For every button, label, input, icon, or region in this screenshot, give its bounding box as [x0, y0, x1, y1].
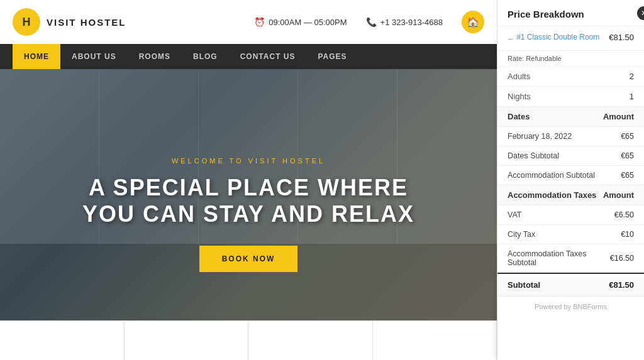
- acc-taxes-subtotal-value: €16.50: [610, 254, 634, 263]
- powered-by: Powered by BNBForms: [497, 297, 644, 317]
- logo-icon: H: [13, 8, 40, 36]
- price-panel: Price Breakdown ✕ − #1 Classic Double Ro…: [497, 0, 644, 360]
- logo-area: H VISIT HOSTEL: [13, 8, 126, 36]
- hours-contact: ⏰ 09:00AM — 05:00PM: [254, 17, 347, 27]
- hours-text: 09:00AM — 05:00PM: [269, 18, 347, 27]
- site-header: H VISIT HOSTEL ⏰ 09:00AM — 05:00PM 📞 +1 …: [0, 0, 497, 44]
- accommodation-subtotal-row: Accommodation Subtotal €65: [497, 166, 644, 185]
- hero-title-line2: YOU CAN STAY AND RELAX: [82, 201, 414, 227]
- accommodation-subtotal-label: Accommodation Subtotal: [508, 171, 595, 180]
- acc-taxes-subtotal-row: Accommodation Taxes Subtotal €16.50: [497, 244, 644, 273]
- remove-room-button[interactable]: −: [508, 34, 513, 44]
- city-tax-row: City Tax €10: [497, 225, 644, 244]
- nights-value: 1: [630, 92, 634, 101]
- nav-pages[interactable]: PAGES: [306, 44, 358, 69]
- amount-col-header: Amount: [603, 112, 634, 121]
- clock-icon: ⏰: [254, 17, 265, 27]
- date-entry-amount: €65: [621, 132, 634, 141]
- hero-content: WELCOME TO VISIT HOSTEL A SPECIAL PLACE …: [70, 145, 427, 285]
- date-entry-label: February 18, 2022: [508, 132, 572, 141]
- book-now-button[interactable]: BOOK NOW: [199, 246, 298, 272]
- adults-row: Adults 2: [497, 67, 644, 87]
- home-button[interactable]: 🏠: [462, 11, 484, 33]
- nights-row: Nights 1: [497, 87, 644, 107]
- nav-rooms[interactable]: ROOMS: [128, 44, 182, 69]
- strip-cell-3: [248, 321, 373, 360]
- vat-row: VAT €6.50: [497, 205, 644, 225]
- adults-label: Adults: [508, 72, 530, 81]
- nav-about[interactable]: ABOUT US: [60, 44, 128, 69]
- close-button[interactable]: ✕: [637, 6, 644, 20]
- city-tax-label: City Tax: [508, 230, 535, 239]
- dates-amount-header: Dates Amount: [497, 107, 644, 127]
- room-left: − #1 Classic Double Room: [508, 33, 599, 44]
- dates-subtotal-value: €65: [621, 151, 634, 160]
- subtotal-row: Subtotal €81.50: [497, 273, 644, 297]
- bottom-strip: [0, 320, 497, 360]
- room-row: − #1 Classic Double Room €81.50: [497, 26, 644, 51]
- hero-title: A SPECIAL PLACE WHERE YOU CAN STAY AND R…: [82, 175, 414, 227]
- vat-label: VAT: [508, 210, 521, 219]
- taxes-amount-col: Amount: [603, 190, 634, 200]
- taxes-col-label: Accommodation Taxes: [508, 190, 596, 200]
- nav-home[interactable]: HOME: [13, 44, 60, 69]
- panel-header: Price Breakdown ✕: [497, 0, 644, 26]
- phone-contact: 📞 +1 323-913-4688: [366, 17, 443, 27]
- phone-text: +1 323-913-4688: [380, 18, 443, 27]
- nav-blog[interactable]: BLOG: [182, 44, 229, 69]
- hero-title-line1: A SPECIAL PLACE WHERE: [89, 175, 408, 200]
- city-tax-value: €10: [621, 230, 634, 239]
- subtotal-value: €81.50: [609, 280, 634, 290]
- site-nav: HOME ABOUT US ROOMS BLOG CONTACT US PAGE…: [0, 44, 497, 69]
- adults-value: 2: [630, 72, 634, 81]
- strip-cell-2: [125, 321, 249, 360]
- room-price: €81.50: [609, 33, 634, 42]
- header-contacts: ⏰ 09:00AM — 05:00PM 📞 +1 323-913-4688 🏠: [254, 11, 484, 33]
- room-name-link[interactable]: #1 Classic Double Room: [516, 33, 599, 43]
- hero-section: WELCOME TO VISIT HOSTEL A SPECIAL PLACE …: [0, 69, 497, 360]
- strip-cell-1: [0, 321, 125, 360]
- website-area: H VISIT HOSTEL ⏰ 09:00AM — 05:00PM 📞 +1 …: [0, 0, 497, 360]
- date-entry-row: February 18, 2022 €65: [497, 127, 644, 146]
- subtotal-label: Subtotal: [508, 280, 540, 290]
- taxes-header-row: Accommodation Taxes Amount: [497, 185, 644, 205]
- rate-row: Rate: Refundable: [497, 51, 644, 67]
- hero-tagline: WELCOME TO VISIT HOSTEL: [82, 157, 414, 165]
- panel-title: Price Breakdown: [508, 9, 584, 19]
- strip-cell-4: [373, 321, 497, 360]
- phone-icon: 📞: [366, 17, 377, 27]
- logo-text: VISIT HOSTEL: [47, 17, 126, 28]
- dates-col-header: Dates: [508, 112, 530, 121]
- nights-label: Nights: [508, 92, 531, 101]
- dates-subtotal-row: Dates Subtotal €65: [497, 146, 644, 166]
- dates-subtotal-label: Dates Subtotal: [508, 151, 559, 160]
- acc-taxes-subtotal-label: Accommodation Taxes Subtotal: [508, 249, 610, 267]
- vat-value: €6.50: [614, 210, 634, 219]
- accommodation-subtotal-value: €65: [621, 171, 634, 180]
- nav-contact[interactable]: CONTACT US: [229, 44, 307, 69]
